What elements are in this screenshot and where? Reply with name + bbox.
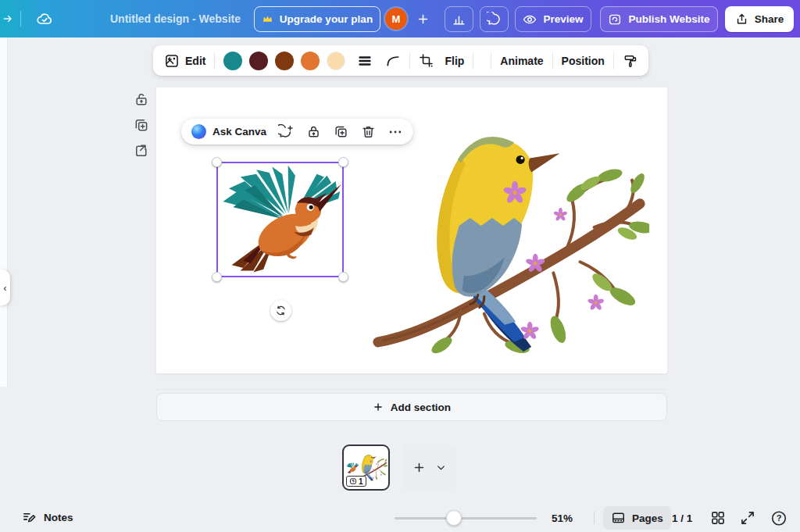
- zoom-level: 51%: [552, 506, 573, 530]
- add-comment-icon[interactable]: [278, 124, 294, 140]
- color-swatch-1[interactable]: [223, 52, 242, 70]
- selection-handle-se[interactable]: [338, 272, 348, 282]
- selection-handle-sw[interactable]: [212, 272, 222, 282]
- export-icon[interactable]: [134, 143, 149, 159]
- color-swatch-3[interactable]: [275, 52, 294, 70]
- statusbar-divider: [594, 512, 595, 524]
- page-badge: 1: [346, 476, 366, 487]
- insights-chart-button[interactable]: [445, 6, 473, 32]
- grid-view-icon[interactable]: [709, 509, 727, 527]
- crop-button[interactable]: [419, 53, 434, 68]
- color-swatch-4[interactable]: [301, 52, 320, 70]
- edit-image-icon: [164, 53, 180, 69]
- selection-handle-nw[interactable]: [212, 157, 222, 167]
- zoom-slider[interactable]: [395, 510, 537, 526]
- help-button[interactable]: ?: [770, 509, 788, 527]
- duplicate-icon[interactable]: [134, 117, 149, 133]
- ask-canva-icon[interactable]: [191, 124, 206, 139]
- design-title[interactable]: Untitled design - Website: [110, 0, 241, 37]
- element-floating-toolbar: Ask Canva: [181, 119, 413, 145]
- invite-plus-button[interactable]: [412, 6, 434, 32]
- selected-hummingbird-graphic[interactable]: [216, 162, 344, 277]
- preview-button[interactable]: Preview: [515, 6, 591, 32]
- yellow-bird-graphic[interactable]: [366, 108, 650, 359]
- notes-button[interactable]: Notes: [22, 507, 73, 527]
- zoom-slider-thumb[interactable]: [446, 510, 462, 526]
- sidebar-edge: [0, 37, 8, 387]
- edit-image-button[interactable]: Edit: [164, 53, 205, 69]
- add-page-control: [402, 445, 456, 491]
- notes-icon: [22, 510, 37, 525]
- help-glyph: ?: [777, 513, 782, 523]
- avatar[interactable]: M: [385, 8, 407, 30]
- zoom-slider-track[interactable]: [395, 517, 537, 520]
- cloud-sync-button[interactable]: [31, 6, 58, 32]
- comments-button[interactable]: [480, 6, 509, 32]
- pages-icon: [611, 511, 626, 526]
- lock-toggle-icon[interactable]: [305, 124, 321, 140]
- page-options-chevron[interactable]: [436, 462, 446, 473]
- page-thumbnail-1[interactable]: 1: [342, 445, 390, 491]
- add-page-button[interactable]: [412, 461, 426, 474]
- publish-website-button[interactable]: Publish Website: [600, 6, 718, 32]
- sidebar-collapse-handle[interactable]: ‹: [0, 270, 10, 305]
- context-toolbar: Edit Flip Animate Position: [153, 45, 648, 76]
- line-weight-button[interactable]: [357, 53, 373, 69]
- pages-view-button[interactable]: Pages: [603, 506, 671, 530]
- color-swatch-2[interactable]: [249, 52, 268, 70]
- more-options-icon[interactable]: [388, 124, 403, 140]
- share-button[interactable]: Share: [725, 6, 794, 32]
- lock-icon[interactable]: [134, 91, 149, 107]
- redo-arrow-icon[interactable]: [2, 0, 13, 37]
- eye-icon: [523, 12, 537, 27]
- crown-icon: [262, 13, 273, 25]
- add-section-button[interactable]: Add section: [156, 393, 667, 421]
- website-icon: [608, 12, 622, 27]
- design-page: Ask Canva: [156, 87, 667, 373]
- top-bar: Untitled design - Website Upgrade your p…: [0, 0, 800, 37]
- flip-button[interactable]: Flip: [445, 55, 464, 67]
- section-divider: [156, 389, 667, 390]
- duplicate-element-icon[interactable]: [333, 124, 348, 140]
- curve-button[interactable]: [385, 53, 401, 69]
- selection-handle-ne[interactable]: [338, 157, 348, 167]
- color-swatch-5[interactable]: [327, 52, 345, 70]
- position-button[interactable]: Position: [562, 55, 605, 67]
- plus-icon: [373, 402, 384, 412]
- ask-canva-button[interactable]: Ask Canva: [212, 126, 266, 137]
- topbar-divider: [20, 11, 21, 27]
- animate-button[interactable]: Animate: [500, 55, 543, 67]
- copy-style-button[interactable]: [623, 53, 638, 69]
- rotate-handle[interactable]: [270, 300, 291, 321]
- share-upload-icon: [735, 12, 748, 26]
- upgrade-plan-button[interactable]: Upgrade your plan: [254, 6, 380, 32]
- page-number: 1: [359, 477, 363, 486]
- page-indicator: 1 / 1: [672, 506, 692, 530]
- chevron-left-icon: ‹: [3, 282, 6, 294]
- fullscreen-icon[interactable]: [739, 509, 756, 527]
- delete-icon[interactable]: [360, 124, 376, 140]
- paint-roller-icon: [623, 53, 638, 69]
